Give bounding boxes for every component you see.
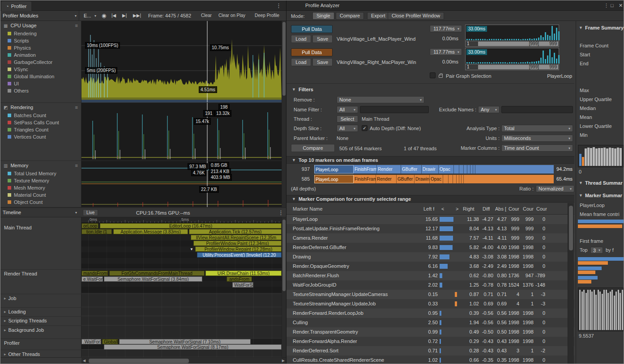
close-icon[interactable]: ✕ xyxy=(619,3,623,8)
analysis-type-dropdown[interactable]: Total ▾ xyxy=(501,125,573,132)
top10-segment[interactable] xyxy=(443,175,449,183)
module-header[interactable]: ▥Memory≡ xyxy=(0,161,81,170)
top10-segment[interactable]: Render xyxy=(377,165,401,174)
timeline-span[interactable]: Application.Tick (12.57ms) xyxy=(189,229,282,234)
remove-dropdown[interactable]: None ▾ xyxy=(337,96,424,103)
legend-item[interactable]: Vertices Count xyxy=(0,133,81,140)
table-scrollbar[interactable] xyxy=(568,203,574,364)
top10-header[interactable]: ▼ Top 10 markers on median frames xyxy=(286,156,574,164)
top10-row[interactable]: 585PlayerLoopFinishFramRenderGBufferDraw… xyxy=(286,175,574,183)
timeline-span[interactable]: .WaitForSig xyxy=(81,339,101,344)
thread-label[interactable]: ▸Job xyxy=(4,296,16,301)
timeline-hscrollbar-thumb[interactable] xyxy=(89,359,189,363)
comparison-header[interactable]: ▼ Marker Comparison for currently select… xyxy=(286,195,574,203)
table-row[interactable]: RenderDeferred.GBuffer9.835.82-4.004.001… xyxy=(286,243,574,252)
thread-label[interactable]: ▸Scripting Threads xyxy=(4,318,47,323)
marker-histogram[interactable] xyxy=(578,288,624,331)
timeline-span[interactable]: orLoop (1.6 xyxy=(81,223,98,229)
timeline-span[interactable]: Semaphore.WaitForSignal (8.17ms) xyxy=(104,344,282,350)
col-abs-diff[interactable]: Abs [ xyxy=(495,203,506,215)
timeline-span[interactable]: andsFrom xyxy=(227,276,252,282)
col-right-bar[interactable]: > xyxy=(456,203,458,215)
analyzer-kebab-icon[interactable]: ⋮ xyxy=(604,3,609,8)
timeline-span[interactable]: WaitForSi xyxy=(232,282,253,288)
scroll-right-icon[interactable]: ▶ xyxy=(282,359,285,363)
mode-single-button[interactable]: Single xyxy=(312,12,334,20)
table-header[interactable]: Marker Name Left f < > Right Diff Abs [ … xyxy=(286,203,574,215)
depth-slice-dropdown[interactable]: All ▾ xyxy=(337,125,358,132)
charts-scrollbar[interactable] xyxy=(282,21,286,207)
save-button-right[interactable]: Save xyxy=(312,58,333,66)
legend-item[interactable]: Rendering xyxy=(0,30,81,37)
load-button-left[interactable]: Load xyxy=(291,35,311,43)
col-count-diff[interactable]: Cour xyxy=(536,203,547,215)
thread-label[interactable]: ▸Background Job xyxy=(4,327,44,333)
units-dropdown[interactable]: Milliseconds ▾ xyxy=(501,135,573,142)
exclude-names-input[interactable] xyxy=(501,106,573,113)
timeline-span[interactable]: mandsFromM xyxy=(81,271,108,276)
top10-segment[interactable]: GBuffer xyxy=(401,165,422,174)
timeline-scrollbar-thumb[interactable] xyxy=(282,220,286,291)
thread-summary-header[interactable]: ▼ Thread Summar xyxy=(579,180,623,186)
timeline-span[interactable]: e.WaitForSigna xyxy=(81,276,103,282)
frame-range-scrollbar-right[interactable]: 1 [999] 999 xyxy=(465,64,559,70)
timeline-span[interactable]: tion.Idle (1 xyxy=(81,229,112,234)
maximize-icon[interactable]: □ xyxy=(611,3,614,8)
table-row[interactable]: RenderDeferred.Sort0.710.28-0.430.4331-2 xyxy=(286,346,574,356)
cpu-usage-chart[interactable]: 10ms (100FPS)5ms (200FPS)10.75ms4.51ms xyxy=(81,21,282,103)
charts-scrollbar-thumb[interactable] xyxy=(282,22,286,96)
table-row[interactable]: TextureStreamingManager.UpdateCameras0.1… xyxy=(286,290,574,299)
thread-select-button[interactable]: Select xyxy=(337,115,358,123)
timeline-view-dropdown[interactable]: Timeline ▾ xyxy=(0,209,79,216)
table-row[interactable]: PostLateUpdate.FinishFrameRendering12.17… xyxy=(286,224,574,233)
table-row[interactable]: PlayerLoop15.6511.38-4.274.279999990 xyxy=(286,215,574,224)
frame-time-graph-left[interactable]: 33.00ms xyxy=(465,25,559,41)
legend-item[interactable]: Animation xyxy=(0,51,81,59)
profiler-window-kebab-icon[interactable]: ⋮ xyxy=(276,2,282,9)
top10-segment[interactable]: PlayerLoop xyxy=(314,165,354,174)
legend-item[interactable]: Triangles Count xyxy=(0,126,81,133)
scroll-left-icon[interactable]: ◀ xyxy=(83,359,85,363)
legend-item[interactable]: Object Count xyxy=(0,199,81,206)
pair-graph-checkbox[interactable] xyxy=(430,72,436,78)
timeline-span[interactable]: Utility.ProcessEvent() [Invoke] (12.20 xyxy=(197,252,282,258)
table-row[interactable]: RenderForwardAlpha.Render0.720.29-0.430.… xyxy=(286,337,574,346)
timeline-span[interactable]: IlView.RepaintAll.RepaintScene (12.35m xyxy=(191,235,282,240)
timeline-canvas[interactable]: 0ms5ms orLoop (1.6EditorLoop (16.47ms)ti… xyxy=(81,217,282,357)
table-row[interactable]: BatchRenderer.Flush1.420.62-0.800.801736… xyxy=(286,271,574,280)
ratio-dropdown[interactable]: Normalized ▾ xyxy=(536,185,574,192)
top10-row[interactable]: 937PlayerLoopFinishFramRenderGBufferDraw… xyxy=(286,165,574,174)
prev-frame-button[interactable]: |◀ xyxy=(111,11,116,21)
tab-profiler[interactable]: ◔ Profiler xyxy=(1,1,31,11)
top10-segment[interactable]: Drawir xyxy=(422,165,439,174)
table-row[interactable]: Camera.Render11.687.57-4.114.119999990 xyxy=(286,233,574,243)
timeline-span[interactable]: GlobalP xyxy=(102,339,118,344)
legend-item[interactable]: Global Illumination xyxy=(0,73,81,80)
thread-label[interactable]: Main Thread xyxy=(4,225,32,230)
legend-item[interactable]: Total Used Memory xyxy=(0,170,81,177)
table-row[interactable]: Render.OpaqueGeometry6.163.68-2.492.4919… xyxy=(286,262,574,271)
max-time-dropdown-left[interactable]: 117.77ms ▾ xyxy=(430,25,462,32)
top10-segment[interactable] xyxy=(449,175,453,183)
top10-bar[interactable]: PlayerLoopFinishFramRenderGBufferDrawinO… xyxy=(314,175,554,183)
top10-segment[interactable] xyxy=(473,165,475,174)
col-right[interactable]: Right xyxy=(463,203,474,215)
pull-data-button-left[interactable]: Pull Data xyxy=(291,25,333,33)
top10-segment[interactable]: Render xyxy=(376,175,397,183)
exclude-scope-dropdown[interactable]: Any ▾ xyxy=(478,106,500,113)
legend-item[interactable]: GarbageCollector xyxy=(0,59,81,66)
col-count-left[interactable]: Cour xyxy=(509,203,519,215)
module-menu-icon[interactable]: ≡ xyxy=(75,105,78,110)
top-n-dropdown[interactable]: 3 ▾ xyxy=(590,247,603,254)
save-button-left[interactable]: Save xyxy=(312,35,333,43)
frame-histogram[interactable] xyxy=(578,145,624,167)
memory-chart[interactable]: 97.3 MB4.76K0.85 GB213.4 KB403.9 MB22.7 … xyxy=(81,161,282,207)
frame-summary-header[interactable]: ▼ Frame Summary xyxy=(579,25,624,30)
col-count-right[interactable]: Cour xyxy=(523,203,534,215)
frame-range-scrollbar-left[interactable]: 1 [999] 999 xyxy=(465,41,559,47)
module-header[interactable]: ▦CPU Usage≡ xyxy=(0,21,81,30)
table-row[interactable]: Render.TransparentGeometry0.990.49-0.500… xyxy=(286,327,574,337)
table-row[interactable]: TextureStreamingManager.UpdateJob0.331.0… xyxy=(286,299,574,309)
mode-compare-button[interactable]: Compare xyxy=(336,12,364,20)
timeline-span[interactable]: ProfilerWindow.Paint (12.34ms) xyxy=(193,241,282,246)
